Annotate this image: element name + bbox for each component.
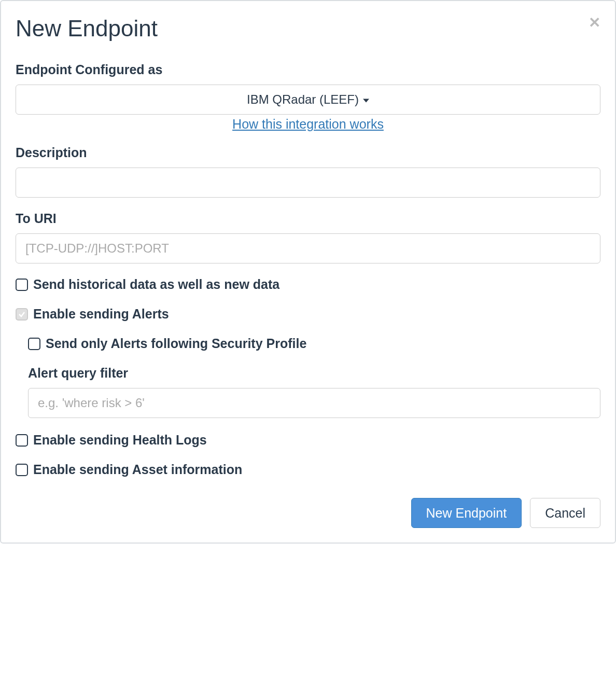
configured-as-selected-value: IBM QRadar (LEEF) xyxy=(247,92,359,107)
security-profile-row: Send only Alerts following Security Prof… xyxy=(28,336,600,351)
alert-query-filter-group: Alert query filter xyxy=(28,366,600,418)
enable-asset-info-label: Enable sending Asset information xyxy=(33,462,242,477)
description-group: Description xyxy=(16,145,600,198)
how-integration-works-link[interactable]: How this integration works xyxy=(232,117,384,131)
cancel-button[interactable]: Cancel xyxy=(530,498,600,528)
security-profile-checkbox[interactable] xyxy=(28,338,40,350)
configured-as-label: Endpoint Configured as xyxy=(16,62,600,77)
alert-query-filter-label: Alert query filter xyxy=(28,366,600,381)
new-endpoint-button[interactable]: New Endpoint xyxy=(411,498,522,528)
security-profile-label: Send only Alerts following Security Prof… xyxy=(46,336,306,351)
description-label: Description xyxy=(16,145,600,160)
caret-down-icon xyxy=(363,92,369,107)
enable-alerts-label: Enable sending Alerts xyxy=(33,307,169,322)
enable-health-logs-label: Enable sending Health Logs xyxy=(33,433,207,448)
new-endpoint-modal: New Endpoint ✕ Endpoint Configured as IB… xyxy=(0,0,616,544)
send-historical-label: Send historical data as well as new data xyxy=(33,277,279,292)
description-input[interactable] xyxy=(16,168,600,198)
send-historical-row: Send historical data as well as new data xyxy=(16,277,600,292)
enable-health-logs-row: Enable sending Health Logs xyxy=(16,433,600,448)
enable-alerts-checkbox xyxy=(16,308,28,321)
svg-marker-0 xyxy=(363,99,369,102)
enable-asset-info-checkbox[interactable] xyxy=(16,464,28,476)
enable-asset-info-row: Enable sending Asset information xyxy=(16,462,600,477)
send-historical-checkbox[interactable] xyxy=(16,279,28,291)
integration-help-row: How this integration works xyxy=(16,117,600,132)
alert-query-filter-input[interactable] xyxy=(28,388,600,418)
modal-title: New Endpoint xyxy=(16,16,158,41)
configured-as-select[interactable]: IBM QRadar (LEEF) xyxy=(16,85,600,115)
enable-health-logs-checkbox[interactable] xyxy=(16,434,28,447)
modal-footer: New Endpoint Cancel xyxy=(16,498,600,528)
close-icon[interactable]: ✕ xyxy=(589,16,600,30)
to-uri-input[interactable] xyxy=(16,233,600,263)
enable-alerts-row: Enable sending Alerts xyxy=(16,307,600,322)
modal-header: New Endpoint ✕ xyxy=(16,16,600,62)
to-uri-label: To URI xyxy=(16,211,600,226)
to-uri-group: To URI xyxy=(16,211,600,263)
configured-as-group: Endpoint Configured as IBM QRadar (LEEF)… xyxy=(16,62,600,132)
